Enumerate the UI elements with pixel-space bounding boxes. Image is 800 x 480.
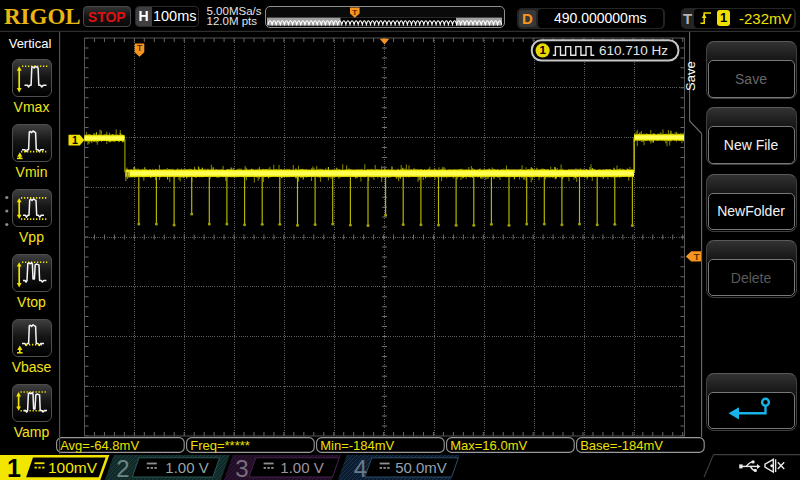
svg-text:T: T: [137, 43, 143, 53]
svg-text:1.00 V: 1.00 V: [280, 459, 323, 476]
svg-text:T: T: [352, 8, 357, 17]
svg-text:100mV: 100mV: [48, 459, 98, 476]
svg-text:Min=-184mV: Min=-184mV: [320, 438, 394, 453]
svg-text:1: 1: [7, 454, 21, 480]
svg-text:610.710 Hz: 610.710 Hz: [599, 43, 668, 58]
svg-text:50.0mV: 50.0mV: [395, 459, 447, 476]
svg-text:Max=16.0mV: Max=16.0mV: [450, 438, 527, 453]
svg-text:Avg=-64.8mV: Avg=-64.8mV: [60, 438, 139, 453]
svg-text:3: 3: [235, 455, 248, 480]
svg-text:Freq=*****: Freq=*****: [190, 438, 250, 453]
svg-text:2: 2: [116, 455, 129, 480]
svg-text:T: T: [694, 251, 700, 262]
svg-text:4: 4: [354, 455, 367, 480]
svg-text:1: 1: [539, 44, 546, 56]
svg-text:1.00 V: 1.00 V: [165, 459, 208, 476]
svg-text:1: 1: [72, 134, 78, 146]
svg-text:Base=-184mV: Base=-184mV: [580, 438, 663, 453]
